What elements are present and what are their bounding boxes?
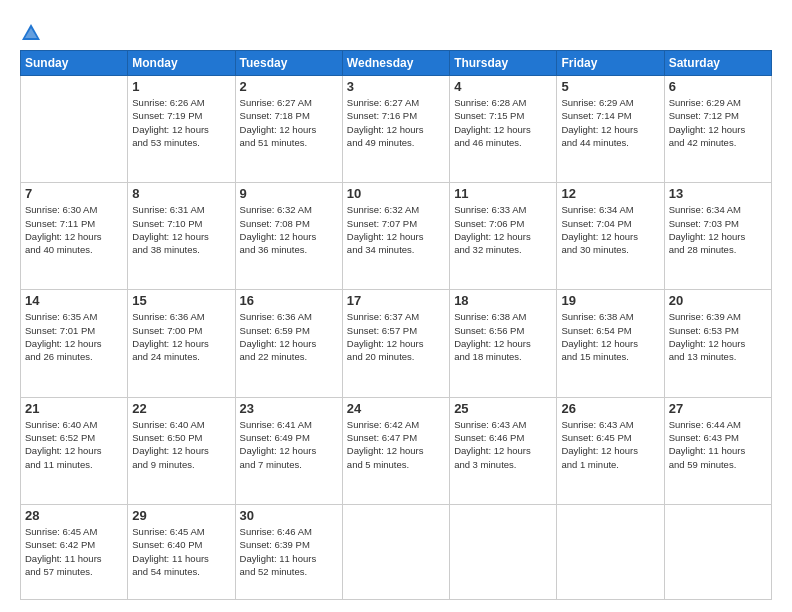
day-info: Sunrise: 6:46 AM Sunset: 6:39 PM Dayligh… xyxy=(240,525,338,578)
day-header-tuesday: Tuesday xyxy=(235,51,342,76)
day-header-sunday: Sunday xyxy=(21,51,128,76)
calendar-cell xyxy=(664,504,771,599)
calendar-cell: 24Sunrise: 6:42 AM Sunset: 6:47 PM Dayli… xyxy=(342,397,449,504)
week-row-2: 14Sunrise: 6:35 AM Sunset: 7:01 PM Dayli… xyxy=(21,290,772,397)
calendar-cell: 9Sunrise: 6:32 AM Sunset: 7:08 PM Daylig… xyxy=(235,183,342,290)
day-number: 15 xyxy=(132,293,230,308)
day-info: Sunrise: 6:44 AM Sunset: 6:43 PM Dayligh… xyxy=(669,418,767,471)
day-info: Sunrise: 6:35 AM Sunset: 7:01 PM Dayligh… xyxy=(25,310,123,363)
day-number: 12 xyxy=(561,186,659,201)
day-info: Sunrise: 6:27 AM Sunset: 7:16 PM Dayligh… xyxy=(347,96,445,149)
week-row-4: 28Sunrise: 6:45 AM Sunset: 6:42 PM Dayli… xyxy=(21,504,772,599)
day-info: Sunrise: 6:28 AM Sunset: 7:15 PM Dayligh… xyxy=(454,96,552,149)
calendar-cell: 7Sunrise: 6:30 AM Sunset: 7:11 PM Daylig… xyxy=(21,183,128,290)
day-number: 16 xyxy=(240,293,338,308)
day-info: Sunrise: 6:40 AM Sunset: 6:50 PM Dayligh… xyxy=(132,418,230,471)
calendar-cell: 17Sunrise: 6:37 AM Sunset: 6:57 PM Dayli… xyxy=(342,290,449,397)
calendar-cell: 18Sunrise: 6:38 AM Sunset: 6:56 PM Dayli… xyxy=(450,290,557,397)
logo xyxy=(20,22,46,44)
calendar-cell: 13Sunrise: 6:34 AM Sunset: 7:03 PM Dayli… xyxy=(664,183,771,290)
calendar-cell: 1Sunrise: 6:26 AM Sunset: 7:19 PM Daylig… xyxy=(128,76,235,183)
calendar-cell: 29Sunrise: 6:45 AM Sunset: 6:40 PM Dayli… xyxy=(128,504,235,599)
day-info: Sunrise: 6:37 AM Sunset: 6:57 PM Dayligh… xyxy=(347,310,445,363)
day-number: 3 xyxy=(347,79,445,94)
logo-icon xyxy=(20,22,42,44)
calendar-cell: 14Sunrise: 6:35 AM Sunset: 7:01 PM Dayli… xyxy=(21,290,128,397)
day-info: Sunrise: 6:33 AM Sunset: 7:06 PM Dayligh… xyxy=(454,203,552,256)
day-info: Sunrise: 6:38 AM Sunset: 6:54 PM Dayligh… xyxy=(561,310,659,363)
day-header-friday: Friday xyxy=(557,51,664,76)
day-number: 29 xyxy=(132,508,230,523)
calendar-cell: 20Sunrise: 6:39 AM Sunset: 6:53 PM Dayli… xyxy=(664,290,771,397)
week-row-1: 7Sunrise: 6:30 AM Sunset: 7:11 PM Daylig… xyxy=(21,183,772,290)
calendar-cell: 2Sunrise: 6:27 AM Sunset: 7:18 PM Daylig… xyxy=(235,76,342,183)
week-row-3: 21Sunrise: 6:40 AM Sunset: 6:52 PM Dayli… xyxy=(21,397,772,504)
day-number: 28 xyxy=(25,508,123,523)
day-number: 10 xyxy=(347,186,445,201)
day-number: 27 xyxy=(669,401,767,416)
header xyxy=(20,18,772,44)
day-number: 18 xyxy=(454,293,552,308)
day-info: Sunrise: 6:36 AM Sunset: 7:00 PM Dayligh… xyxy=(132,310,230,363)
calendar-table: SundayMondayTuesdayWednesdayThursdayFrid… xyxy=(20,50,772,600)
day-info: Sunrise: 6:41 AM Sunset: 6:49 PM Dayligh… xyxy=(240,418,338,471)
calendar-cell: 16Sunrise: 6:36 AM Sunset: 6:59 PM Dayli… xyxy=(235,290,342,397)
day-info: Sunrise: 6:45 AM Sunset: 6:40 PM Dayligh… xyxy=(132,525,230,578)
calendar-cell xyxy=(342,504,449,599)
day-info: Sunrise: 6:36 AM Sunset: 6:59 PM Dayligh… xyxy=(240,310,338,363)
day-number: 21 xyxy=(25,401,123,416)
day-number: 7 xyxy=(25,186,123,201)
day-info: Sunrise: 6:45 AM Sunset: 6:42 PM Dayligh… xyxy=(25,525,123,578)
calendar-cell xyxy=(450,504,557,599)
day-info: Sunrise: 6:29 AM Sunset: 7:12 PM Dayligh… xyxy=(669,96,767,149)
day-info: Sunrise: 6:34 AM Sunset: 7:03 PM Dayligh… xyxy=(669,203,767,256)
day-info: Sunrise: 6:40 AM Sunset: 6:52 PM Dayligh… xyxy=(25,418,123,471)
day-number: 17 xyxy=(347,293,445,308)
week-row-0: 1Sunrise: 6:26 AM Sunset: 7:19 PM Daylig… xyxy=(21,76,772,183)
calendar-cell: 26Sunrise: 6:43 AM Sunset: 6:45 PM Dayli… xyxy=(557,397,664,504)
calendar-cell: 4Sunrise: 6:28 AM Sunset: 7:15 PM Daylig… xyxy=(450,76,557,183)
day-info: Sunrise: 6:39 AM Sunset: 6:53 PM Dayligh… xyxy=(669,310,767,363)
calendar-cell: 12Sunrise: 6:34 AM Sunset: 7:04 PM Dayli… xyxy=(557,183,664,290)
day-info: Sunrise: 6:32 AM Sunset: 7:07 PM Dayligh… xyxy=(347,203,445,256)
calendar-cell: 27Sunrise: 6:44 AM Sunset: 6:43 PM Dayli… xyxy=(664,397,771,504)
day-info: Sunrise: 6:38 AM Sunset: 6:56 PM Dayligh… xyxy=(454,310,552,363)
calendar-cell: 5Sunrise: 6:29 AM Sunset: 7:14 PM Daylig… xyxy=(557,76,664,183)
day-info: Sunrise: 6:43 AM Sunset: 6:46 PM Dayligh… xyxy=(454,418,552,471)
day-number: 11 xyxy=(454,186,552,201)
day-info: Sunrise: 6:43 AM Sunset: 6:45 PM Dayligh… xyxy=(561,418,659,471)
calendar-cell: 22Sunrise: 6:40 AM Sunset: 6:50 PM Dayli… xyxy=(128,397,235,504)
day-number: 24 xyxy=(347,401,445,416)
calendar-cell: 19Sunrise: 6:38 AM Sunset: 6:54 PM Dayli… xyxy=(557,290,664,397)
day-number: 2 xyxy=(240,79,338,94)
day-number: 14 xyxy=(25,293,123,308)
calendar-cell: 10Sunrise: 6:32 AM Sunset: 7:07 PM Dayli… xyxy=(342,183,449,290)
page: SundayMondayTuesdayWednesdayThursdayFrid… xyxy=(0,0,792,612)
calendar-cell: 21Sunrise: 6:40 AM Sunset: 6:52 PM Dayli… xyxy=(21,397,128,504)
day-number: 25 xyxy=(454,401,552,416)
calendar-cell: 11Sunrise: 6:33 AM Sunset: 7:06 PM Dayli… xyxy=(450,183,557,290)
day-info: Sunrise: 6:29 AM Sunset: 7:14 PM Dayligh… xyxy=(561,96,659,149)
day-number: 4 xyxy=(454,79,552,94)
calendar-header-row: SundayMondayTuesdayWednesdayThursdayFrid… xyxy=(21,51,772,76)
day-number: 19 xyxy=(561,293,659,308)
day-number: 1 xyxy=(132,79,230,94)
calendar-cell: 15Sunrise: 6:36 AM Sunset: 7:00 PM Dayli… xyxy=(128,290,235,397)
calendar-cell: 30Sunrise: 6:46 AM Sunset: 6:39 PM Dayli… xyxy=(235,504,342,599)
day-header-saturday: Saturday xyxy=(664,51,771,76)
calendar-cell xyxy=(21,76,128,183)
day-header-wednesday: Wednesday xyxy=(342,51,449,76)
calendar-cell: 25Sunrise: 6:43 AM Sunset: 6:46 PM Dayli… xyxy=(450,397,557,504)
calendar-cell: 6Sunrise: 6:29 AM Sunset: 7:12 PM Daylig… xyxy=(664,76,771,183)
day-number: 20 xyxy=(669,293,767,308)
day-info: Sunrise: 6:31 AM Sunset: 7:10 PM Dayligh… xyxy=(132,203,230,256)
day-header-monday: Monday xyxy=(128,51,235,76)
day-number: 22 xyxy=(132,401,230,416)
day-info: Sunrise: 6:34 AM Sunset: 7:04 PM Dayligh… xyxy=(561,203,659,256)
day-info: Sunrise: 6:26 AM Sunset: 7:19 PM Dayligh… xyxy=(132,96,230,149)
calendar-cell: 28Sunrise: 6:45 AM Sunset: 6:42 PM Dayli… xyxy=(21,504,128,599)
day-number: 6 xyxy=(669,79,767,94)
calendar-cell: 3Sunrise: 6:27 AM Sunset: 7:16 PM Daylig… xyxy=(342,76,449,183)
calendar-cell xyxy=(557,504,664,599)
day-header-thursday: Thursday xyxy=(450,51,557,76)
